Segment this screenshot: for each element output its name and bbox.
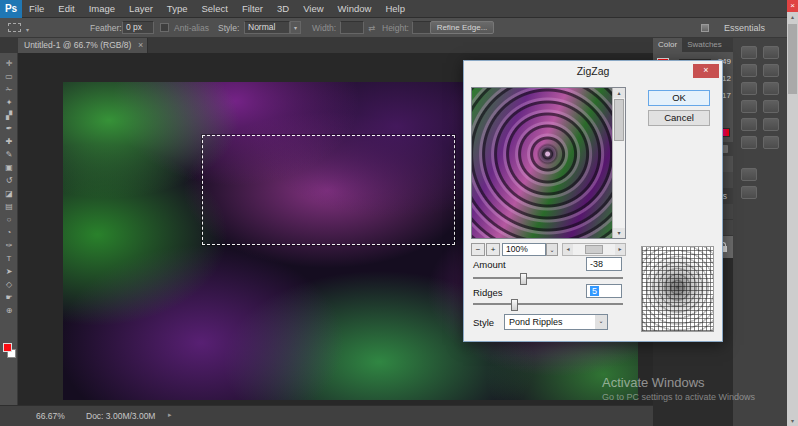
dock-panel-icon[interactable] bbox=[763, 46, 779, 59]
eyedropper-tool[interactable]: ✒ bbox=[0, 122, 18, 135]
menu-layer[interactable]: Layer bbox=[122, 0, 160, 18]
history-brush-tool[interactable]: ↺ bbox=[0, 174, 18, 187]
menu-window[interactable]: Window bbox=[331, 0, 379, 18]
tab-close-icon[interactable]: × bbox=[138, 40, 143, 50]
dock-panel-icon[interactable] bbox=[741, 64, 757, 77]
link-dimensions-icon[interactable]: ⇄ bbox=[368, 23, 375, 33]
zoom-in-button[interactable]: + bbox=[486, 243, 500, 256]
zoom-tool[interactable]: ⊕ bbox=[0, 304, 18, 317]
quick-selection-tool[interactable]: ✦ bbox=[0, 96, 18, 109]
dock-panel-icon[interactable] bbox=[763, 118, 779, 131]
dock-panel-icon[interactable] bbox=[741, 118, 757, 131]
zoom-select-arrow-icon[interactable]: ⌄ bbox=[546, 243, 558, 256]
style-select[interactable]: Normal bbox=[244, 21, 290, 34]
menu-filter[interactable]: Filter bbox=[235, 0, 270, 18]
ripple-preview-image[interactable] bbox=[472, 88, 612, 238]
refine-edge-button[interactable]: Refine Edge... bbox=[430, 21, 494, 34]
preview-vertical-scrollbar[interactable]: ▴ ▾ bbox=[612, 88, 625, 238]
scroll-left-icon[interactable]: ◂ bbox=[563, 244, 573, 255]
cancel-button[interactable]: Cancel bbox=[648, 110, 710, 126]
clone-stamp-tool[interactable]: ▣ bbox=[0, 161, 18, 174]
menu-type[interactable]: Type bbox=[160, 0, 195, 18]
style-label: Style: bbox=[218, 23, 239, 33]
selection-marquee[interactable] bbox=[202, 135, 455, 245]
scroll-down-icon[interactable]: ▾ bbox=[613, 228, 625, 238]
blur-tool[interactable]: ○ bbox=[0, 213, 18, 226]
dock-panel-icon[interactable] bbox=[763, 136, 779, 149]
menu-image[interactable]: Image bbox=[82, 0, 122, 18]
dock-panel-icon[interactable] bbox=[763, 82, 779, 95]
amount-slider[interactable] bbox=[473, 277, 623, 279]
menu-select[interactable]: Select bbox=[194, 0, 234, 18]
amount-input[interactable]: -38 bbox=[586, 257, 622, 271]
preset-dropdown-icon[interactable]: ▾ bbox=[26, 26, 29, 33]
brush-tool[interactable]: ✎ bbox=[0, 148, 18, 161]
crop-tool[interactable]: ▞ bbox=[0, 109, 18, 122]
dock-panel-icon[interactable] bbox=[741, 100, 757, 113]
scrollbar-down-icon[interactable]: ▾ bbox=[787, 417, 798, 424]
scrollbar-thumb[interactable] bbox=[788, 24, 797, 94]
tools-panel: ✛ ▭ ✁ ✦ ▞ ✒ ✚ ✎ ▣ ↺ ◪ ▤ ○ ◔ ✑ T ➤ ◇ ☛ ⊕ bbox=[0, 53, 18, 405]
tab-color[interactable]: Color bbox=[653, 38, 682, 52]
menu-file[interactable]: File bbox=[22, 0, 51, 18]
preview-horizontal-scrollbar[interactable]: ◂ ▸ bbox=[562, 243, 626, 256]
dialog-close-button[interactable]: × bbox=[693, 64, 719, 78]
foreground-color-swatch[interactable] bbox=[3, 343, 12, 352]
preview-zoom-select[interactable]: 100% bbox=[502, 243, 546, 256]
window-close-button[interactable]: × bbox=[787, 0, 798, 12]
rectangular-marquee-tool[interactable]: ▭ bbox=[0, 70, 18, 83]
workspace-switcher[interactable]: Essentials bbox=[724, 23, 765, 33]
dock-panel-icon[interactable] bbox=[741, 46, 757, 59]
menu-help[interactable]: Help bbox=[378, 0, 412, 18]
dock-panel-icon[interactable] bbox=[741, 136, 757, 149]
zoom-level-field[interactable]: 66.67% bbox=[36, 411, 65, 421]
dock-panel-icon[interactable] bbox=[763, 100, 779, 113]
dodge-tool[interactable]: ◔ bbox=[0, 226, 18, 239]
dock-panel-icon[interactable] bbox=[763, 64, 779, 77]
ridges-slider[interactable] bbox=[473, 303, 623, 305]
scrollbar-up-icon[interactable]: ▴ bbox=[787, 13, 798, 20]
eraser-tool[interactable]: ◪ bbox=[0, 187, 18, 200]
menu-view[interactable]: View bbox=[296, 0, 330, 18]
type-tool[interactable]: T bbox=[0, 252, 18, 265]
width-label: Width: bbox=[312, 23, 336, 33]
healing-brush-tool[interactable]: ✚ bbox=[0, 135, 18, 148]
status-options-arrow-icon[interactable]: ▸ bbox=[168, 411, 172, 419]
amount-slider-thumb[interactable] bbox=[520, 273, 527, 285]
vertical-scroll-thumb[interactable] bbox=[614, 99, 624, 141]
path-selection-tool[interactable]: ➤ bbox=[0, 265, 18, 278]
move-tool[interactable]: ✛ bbox=[0, 57, 18, 70]
horizontal-scroll-thumb[interactable] bbox=[585, 245, 603, 254]
zigzag-style-select[interactable]: Pond Ripples bbox=[504, 314, 608, 330]
status-bar: 66.67% Doc: 3.00M/3.00M ▸ bbox=[0, 405, 653, 426]
ridges-input[interactable]: 5 bbox=[586, 284, 622, 298]
document-tab[interactable]: Untitled-1 @ 66.7% (RGB/8) × bbox=[18, 38, 148, 53]
scroll-up-icon[interactable]: ▴ bbox=[613, 88, 625, 98]
dialog-title-bar[interactable]: ZigZag bbox=[464, 61, 722, 81]
tab-swatches[interactable]: Swatches bbox=[682, 38, 727, 52]
scroll-right-icon[interactable]: ▸ bbox=[615, 244, 625, 255]
menu-3d[interactable]: 3D bbox=[270, 0, 296, 18]
workspace-icon[interactable] bbox=[701, 24, 709, 32]
hand-tool[interactable]: ☛ bbox=[0, 291, 18, 304]
dock-panel-icon[interactable] bbox=[741, 186, 757, 199]
anti-alias-checkbox[interactable] bbox=[160, 23, 169, 32]
ridges-slider-thumb[interactable] bbox=[511, 299, 518, 311]
gradient-tool[interactable]: ▤ bbox=[0, 200, 18, 213]
style-select-arrow-icon[interactable]: ▾ bbox=[290, 21, 301, 34]
document-title: Untitled-1 @ 66.7% (RGB/8) bbox=[24, 40, 131, 50]
zigzag-style-arrow-icon[interactable]: ⌄ bbox=[595, 315, 607, 329]
zoom-out-button[interactable]: − bbox=[471, 243, 485, 256]
pen-tool[interactable]: ✑ bbox=[0, 239, 18, 252]
dock-panel-icon[interactable] bbox=[741, 168, 757, 181]
lasso-tool[interactable]: ✁ bbox=[0, 83, 18, 96]
ok-button[interactable]: OK bbox=[648, 90, 710, 106]
dock-panel-icon[interactable] bbox=[741, 82, 757, 95]
width-input[interactable] bbox=[340, 21, 364, 34]
feather-input[interactable]: 0 px bbox=[122, 21, 154, 34]
marquee-tool-preset-icon[interactable] bbox=[8, 23, 21, 32]
menu-edit[interactable]: Edit bbox=[51, 0, 81, 18]
window-scrollbar[interactable]: × ▴ ▾ bbox=[787, 0, 798, 426]
document-tab-bar: Untitled-1 @ 66.7% (RGB/8) × bbox=[0, 38, 653, 53]
shape-tool[interactable]: ◇ bbox=[0, 278, 18, 291]
